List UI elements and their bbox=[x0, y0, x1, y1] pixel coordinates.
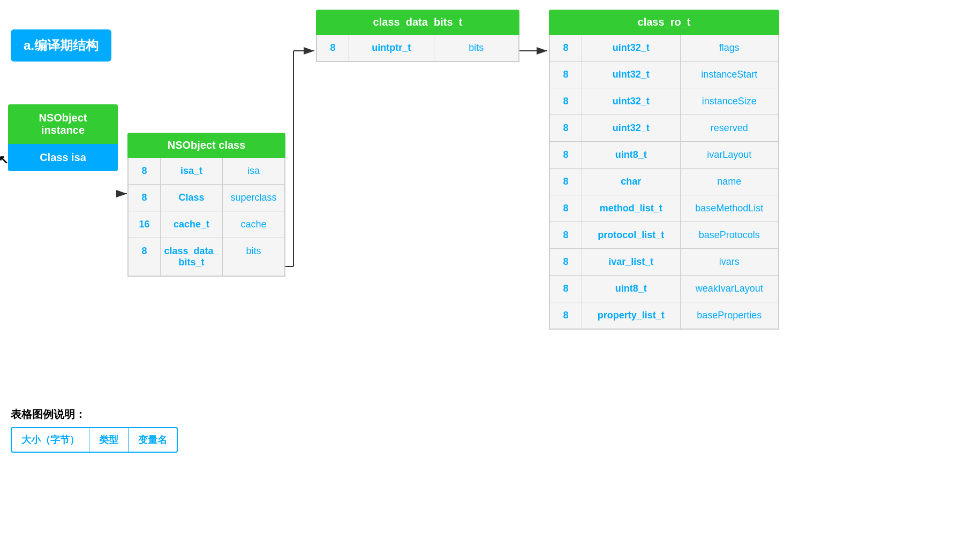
table-row: 8 uint8_t ivarLayout bbox=[550, 142, 778, 169]
nsobject-instance-line2: instance bbox=[41, 124, 85, 136]
cell-name: weakIvarLayout bbox=[681, 276, 779, 302]
class-ro-header: class_ro_t bbox=[549, 10, 779, 35]
cell-size: 8 bbox=[129, 238, 161, 276]
class-ro-header-label: class_ro_t bbox=[638, 16, 691, 28]
cell-name: flags bbox=[681, 35, 779, 61]
cell-name: superclass bbox=[223, 185, 284, 211]
cursor-icon: ↖ bbox=[0, 153, 8, 167]
cell-size: 8 bbox=[550, 222, 582, 248]
legend: 表格图例说明： 大小（字节） 类型 变量名 bbox=[11, 407, 178, 453]
cell-size: 8 bbox=[550, 142, 582, 168]
cell-size: 8 bbox=[550, 249, 582, 275]
table-row: 8 char name bbox=[550, 169, 778, 195]
label-box: a.编译期结构 bbox=[11, 29, 111, 62]
cell-name: instanceStart bbox=[681, 62, 779, 88]
cell-type: method_list_t bbox=[582, 195, 681, 222]
cell-type: class_data_ bits_t bbox=[161, 238, 223, 276]
cell-type: uint32_t bbox=[582, 88, 681, 115]
cell-name: ivars bbox=[681, 249, 779, 275]
cell-size: 8 bbox=[317, 35, 349, 61]
cell-type: uint8_t bbox=[582, 276, 681, 302]
cell-type: isa_t bbox=[161, 158, 223, 184]
label-title: a.编译期结构 bbox=[24, 38, 99, 52]
table-row: 8 ivar_list_t ivars bbox=[550, 249, 778, 276]
cell-name: cache bbox=[223, 211, 284, 238]
table-row: 8 uint32_t flags bbox=[550, 35, 778, 62]
table-row: 8 property_list_t baseProperties bbox=[550, 302, 778, 329]
cell-size: 8 bbox=[550, 88, 582, 115]
nsobject-instance-top: NSObject instance bbox=[8, 104, 118, 144]
legend-varname: 变量名 bbox=[129, 428, 177, 452]
legend-size: 大小（字节） bbox=[12, 428, 89, 452]
table-row: 8 uint32_t instanceSize bbox=[550, 88, 778, 115]
cell-size: 16 bbox=[129, 211, 161, 238]
legend-type: 类型 bbox=[89, 428, 129, 452]
cell-size: 8 bbox=[550, 302, 582, 329]
cell-type: uint32_t bbox=[582, 115, 681, 141]
table-row: 8 class_data_ bits_t bits bbox=[129, 238, 284, 276]
nsobject-class-table: NSObject class 8 isa_t isa 8 Class super… bbox=[127, 133, 285, 277]
cell-type: cache_t bbox=[161, 211, 223, 238]
class-data-bits-header: class_data_bits_t bbox=[316, 10, 519, 35]
cell-type: char bbox=[582, 169, 681, 195]
table-row: 8 Class superclass bbox=[129, 185, 284, 211]
class-ro-body: 8 uint32_t flags 8 uint32_t instanceStar… bbox=[549, 35, 779, 330]
cell-size: 8 bbox=[550, 35, 582, 61]
cell-name: instanceSize bbox=[681, 88, 779, 115]
cell-name: baseMethodList bbox=[681, 195, 779, 222]
nsobject-instance-block: NSObject instance ↖ Class isa bbox=[8, 104, 118, 171]
cell-name: bits bbox=[223, 238, 284, 276]
table-row: 8 protocol_list_t baseProtocols bbox=[550, 222, 778, 249]
cell-size: 8 bbox=[129, 158, 161, 184]
cell-size: 8 bbox=[550, 115, 582, 141]
cell-name: bits bbox=[434, 35, 519, 61]
cell-type: uint8_t bbox=[582, 142, 681, 168]
table-row: 8 uint32_t reserved bbox=[550, 115, 778, 142]
class-data-bits-table: class_data_bits_t 8 uintptr_t bits bbox=[316, 10, 519, 62]
table-row: 8 isa_t isa bbox=[129, 158, 284, 185]
cell-size: 8 bbox=[550, 62, 582, 88]
class-ro-table: class_ro_t 8 uint32_t flags 8 uint32_t i… bbox=[549, 10, 779, 330]
class-data-bits-header-label: class_data_bits_t bbox=[373, 16, 463, 28]
cell-size: 8 bbox=[550, 169, 582, 195]
table-row: 8 uint8_t weakIvarLayout bbox=[550, 276, 778, 302]
cell-name: ivarLayout bbox=[681, 142, 779, 168]
class-data-bits-body: 8 uintptr_t bits bbox=[316, 35, 519, 62]
legend-table: 大小（字节） 类型 变量名 bbox=[11, 427, 178, 453]
cell-type: ivar_list_t bbox=[582, 249, 681, 275]
diagram-container: a.编译期结构 NSObject instance ↖ Class isa NS… bbox=[0, 0, 980, 549]
class-isa-box[interactable]: ↖ Class isa bbox=[8, 144, 118, 171]
class-isa-label: Class isa bbox=[40, 151, 86, 163]
cell-type: Class bbox=[161, 185, 223, 211]
nsobject-class-header: NSObject class bbox=[127, 133, 285, 158]
cell-type: uint32_t bbox=[582, 62, 681, 88]
table-row: 8 uintptr_t bits bbox=[317, 35, 518, 61]
cell-type: property_list_t bbox=[582, 302, 681, 329]
legend-title: 表格图例说明： bbox=[11, 407, 178, 422]
table-row: 8 uint32_t instanceStart bbox=[550, 62, 778, 88]
cell-name: name bbox=[681, 169, 779, 195]
cell-size: 8 bbox=[550, 195, 582, 222]
nsobject-class-body: 8 isa_t isa 8 Class superclass 16 cache_… bbox=[127, 158, 285, 277]
nsobject-class-header-label: NSObject class bbox=[168, 139, 246, 151]
cell-name: baseProtocols bbox=[681, 222, 779, 248]
cell-type: uintptr_t bbox=[349, 35, 434, 61]
cell-name: baseProperties bbox=[681, 302, 779, 329]
cell-size: 8 bbox=[550, 276, 582, 302]
cell-name: isa bbox=[223, 158, 284, 184]
nsobject-instance-line1: NSObject bbox=[39, 112, 87, 124]
cell-type: uint32_t bbox=[582, 35, 681, 61]
table-row: 8 method_list_t baseMethodList bbox=[550, 195, 778, 222]
cell-type: protocol_list_t bbox=[582, 222, 681, 248]
table-row: 16 cache_t cache bbox=[129, 211, 284, 238]
cell-size: 8 bbox=[129, 185, 161, 211]
cell-name: reserved bbox=[681, 115, 779, 141]
